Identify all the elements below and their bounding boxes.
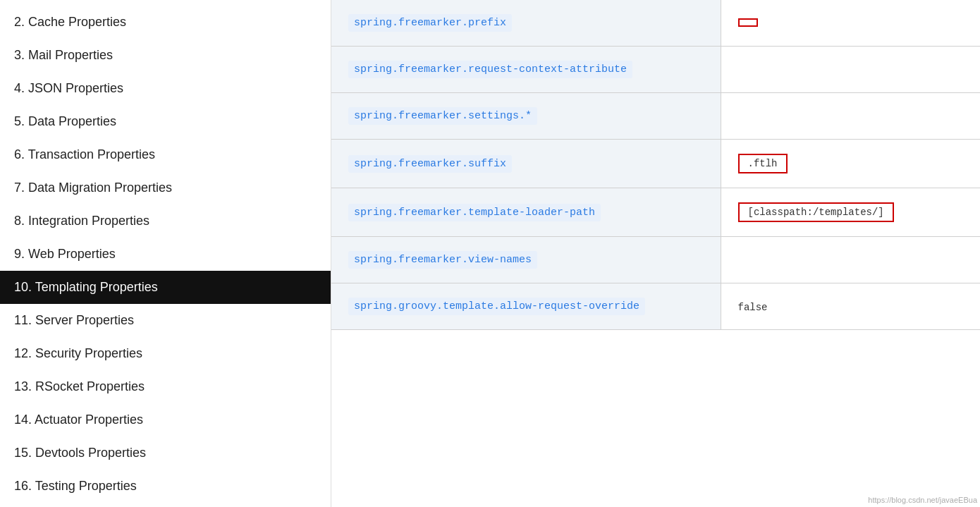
property-key-cell: spring.freemarker.prefix (331, 0, 721, 47)
table-row: spring.freemarker.view-names (331, 237, 980, 283)
sidebar-item-9[interactable]: 9. Web Properties (0, 238, 331, 271)
property-value-cell (721, 93, 980, 140)
sidebar-item-11[interactable]: 11. Server Properties (0, 304, 331, 337)
sidebar-item-5[interactable]: 5. Data Properties (0, 105, 331, 138)
property-value: false (738, 302, 768, 313)
sidebar-item-10[interactable]: 10. Templating Properties (0, 271, 331, 304)
sidebar-item-13[interactable]: 13. RSocket Properties (0, 370, 331, 403)
property-value-cell: false (721, 283, 980, 330)
property-key: spring.freemarker.settings.* (348, 107, 537, 125)
property-value-cell (721, 47, 980, 93)
property-key-cell: spring.freemarker.template-loader-path (331, 188, 721, 237)
property-key: spring.groovy.template.allow-request-ove… (348, 298, 645, 315)
main-content: spring.freemarker.prefixspring.freemarke… (331, 0, 980, 507)
property-key: spring.freemarker.prefix (348, 14, 512, 32)
property-value-boxed: [classpath:/templates/] (738, 202, 894, 222)
table-row: spring.freemarker.settings.* (331, 93, 980, 140)
property-value-boxed (738, 18, 758, 27)
sidebar-item-3[interactable]: 3. Mail Properties (0, 39, 331, 72)
property-value-cell: [classpath:/templates/] (721, 188, 980, 237)
property-key: spring.freemarker.template-loader-path (348, 204, 601, 221)
property-key: spring.freemarker.view-names (348, 251, 537, 269)
table-row: spring.freemarker.prefix (331, 0, 980, 47)
property-key-cell: spring.freemarker.request-context-attrib… (331, 47, 721, 93)
table-row: spring.freemarker.suffix.ftlh (331, 140, 980, 188)
properties-table: spring.freemarker.prefixspring.freemarke… (331, 0, 980, 330)
sidebar-item-6[interactable]: 6. Transaction Properties (0, 138, 331, 171)
sidebar-item-16[interactable]: 16. Testing Properties (0, 470, 331, 503)
sidebar: 2. Cache Properties3. Mail Properties4. … (0, 0, 331, 507)
property-value-cell (721, 237, 980, 283)
property-key-cell: spring.freemarker.settings.* (331, 93, 721, 140)
property-value-cell: .ftlh (721, 140, 980, 188)
sidebar-item-2[interactable]: 2. Cache Properties (0, 6, 331, 39)
table-row: spring.groovy.template.allow-request-ove… (331, 283, 980, 330)
sidebar-item-4[interactable]: 4. JSON Properties (0, 72, 331, 105)
property-key-cell: spring.freemarker.suffix (331, 140, 721, 188)
property-key-cell: spring.freemarker.view-names (331, 237, 721, 283)
sidebar-item-7[interactable]: 7. Data Migration Properties (0, 171, 331, 204)
property-value-cell (721, 0, 980, 47)
table-row: spring.freemarker.request-context-attrib… (331, 47, 980, 93)
sidebar-item-15[interactable]: 15. Devtools Properties (0, 436, 331, 470)
property-key: spring.freemarker.request-context-attrib… (348, 61, 632, 78)
property-key: spring.freemarker.suffix (348, 155, 512, 173)
table-row: spring.freemarker.template-loader-path[c… (331, 188, 980, 237)
sidebar-item-8[interactable]: 8. Integration Properties (0, 204, 331, 238)
sidebar-item-12[interactable]: 12. Security Properties (0, 337, 331, 370)
property-value-boxed: .ftlh (738, 154, 788, 173)
property-key-cell: spring.groovy.template.allow-request-ove… (331, 283, 721, 330)
sidebar-item-14[interactable]: 14. Actuator Properties (0, 403, 331, 436)
